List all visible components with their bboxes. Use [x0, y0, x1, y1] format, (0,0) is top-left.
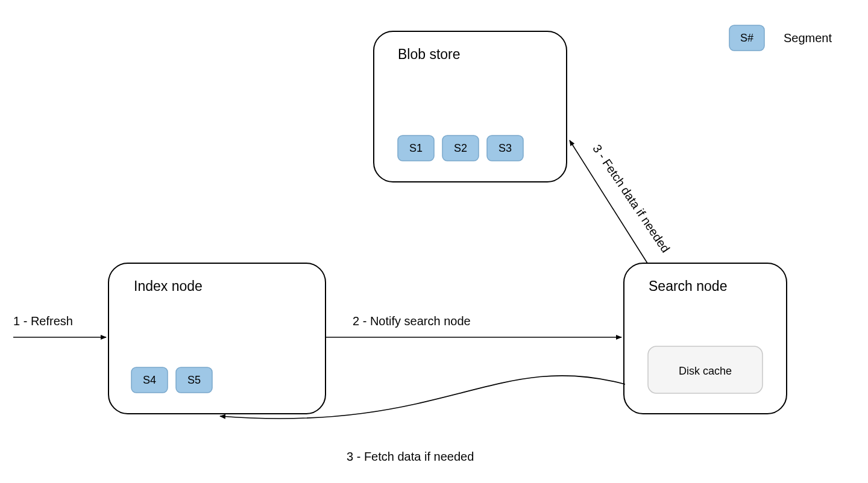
svg-text:Disk cache: Disk cache — [679, 365, 732, 377]
arrow-refresh-label: 1 - Refresh — [13, 314, 73, 328]
svg-text:S#: S# — [740, 32, 753, 44]
arrow-notify: 2 - Notify search node — [326, 314, 621, 337]
legend: S# Segment — [729, 25, 832, 51]
search-node-title: Search node — [649, 278, 727, 294]
disk-cache: Disk cache — [648, 346, 763, 393]
index-node: Index node S4 S5 — [108, 263, 326, 414]
segment-s1: S1 — [398, 136, 434, 161]
svg-text:S2: S2 — [454, 142, 467, 154]
segment-s2: S2 — [442, 136, 479, 161]
segment-s5: S5 — [176, 367, 212, 393]
legend-label: Segment — [784, 31, 832, 45]
segment-s4: S4 — [131, 367, 168, 393]
search-node: Search node Disk cache — [624, 263, 787, 414]
svg-text:S3: S3 — [498, 142, 512, 154]
blob-store-node: Blob store S1 S2 S3 — [374, 31, 567, 182]
index-node-title: Index node — [134, 278, 203, 294]
arrow-notify-label: 2 - Notify search node — [353, 314, 471, 328]
legend-swatch: S# — [729, 25, 764, 51]
arrow-fetch-index-label: 3 - Fetch data if needed — [347, 450, 474, 463]
svg-text:S5: S5 — [187, 374, 201, 386]
blob-store-title: Blob store — [398, 46, 461, 62]
arrow-refresh: 1 - Refresh — [13, 314, 106, 337]
segment-s3: S3 — [487, 136, 523, 161]
svg-text:S1: S1 — [409, 142, 423, 154]
svg-text:S4: S4 — [143, 374, 156, 386]
arrow-fetch-blob: 3 - Fetch data if needed — [570, 140, 673, 263]
